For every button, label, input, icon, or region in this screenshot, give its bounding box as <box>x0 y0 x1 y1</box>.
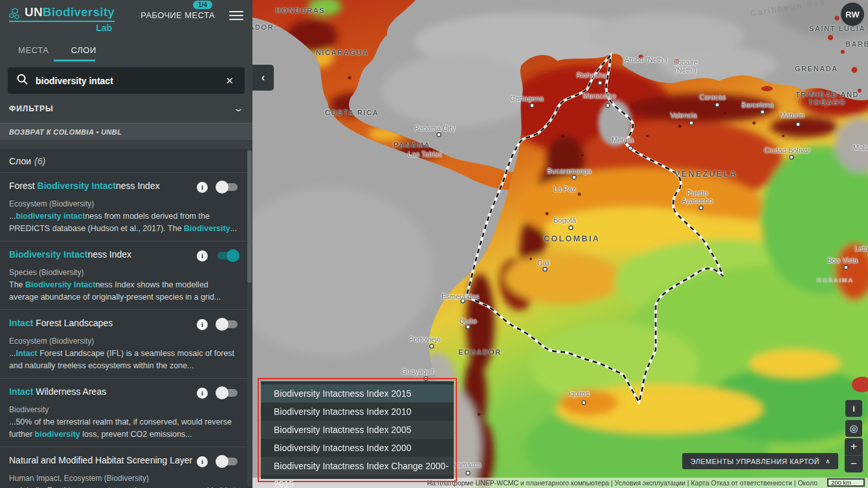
city-label: Barcelona <box>741 101 773 109</box>
info-icon[interactable]: i <box>197 456 208 467</box>
info-icon[interactable]: i <box>197 250 208 261</box>
tab-places[interactable]: МЕСТА <box>18 45 49 55</box>
info-icon[interactable]: i <box>197 388 208 399</box>
unbiodiversity-lab-app: UNBiodiversity Lab 1/4 РАБОЧИЕ МЕСТА МЕС… <box>0 0 868 488</box>
dropdown-option-2000[interactable]: Biodiversity Intactness Index 2000 <box>261 439 454 457</box>
layer-title: Intact Wilderness Areas <box>9 386 197 398</box>
info-icon[interactable]: i <box>197 319 208 330</box>
search-input[interactable] <box>36 76 223 86</box>
city-label: Caracas <box>699 93 726 101</box>
map-info-button[interactable]: i <box>845 400 862 417</box>
sidebar-header: UNBiodiversity Lab 1/4 РАБОЧИЕ МЕСТА <box>0 0 252 38</box>
layer-subtitle: Biodiversity <box>9 405 239 414</box>
layer-toggle[interactable] <box>216 386 239 399</box>
layer-description: The Biodiversity Intactness Index shows … <box>9 279 239 304</box>
workspaces-badge: 1/4 <box>193 1 212 9</box>
zoom-out-button[interactable]: − <box>845 456 863 472</box>
dropdown-option-2010[interactable]: Biodiversity Intactness Index 2010 <box>261 403 454 421</box>
city-label: Bucaramanga <box>547 167 592 175</box>
filters-row[interactable]: ФИЛЬТРЫ ⌄ <box>0 94 252 124</box>
layer-toggle[interactable] <box>216 455 239 468</box>
sidebar: UNBiodiversity Lab 1/4 РАБОЧИЕ МЕСТА МЕС… <box>0 0 252 488</box>
city-label: Mabaruma <box>853 144 868 151</box>
city-label: Riohacha <box>576 71 606 79</box>
hamburger-menu-icon[interactable] <box>229 8 243 23</box>
layer-toggle[interactable] <box>216 181 239 194</box>
layers-header: Слои(6) <box>0 149 252 172</box>
user-avatar[interactable]: RW <box>841 3 864 26</box>
layer-title: Biodiversity Intactness Index <box>9 249 197 261</box>
city-label: Iquitos <box>568 390 589 397</box>
city-label: Portoviejo <box>409 335 441 343</box>
chevron-down-icon: ⌄ <box>233 104 244 113</box>
country-label: PANAMA <box>394 141 430 149</box>
sidebar-tabs: МЕСТА СЛОИ <box>0 38 252 62</box>
city-label: Las Tablas <box>408 150 441 158</box>
layer-list[interactable]: Слои(6) Forest Biodiversity Intactness I… <box>0 149 252 488</box>
layer-item-habitat-screening: Natural and Modified Habitat Screening L… <box>0 447 252 488</box>
back-to-colombia-bar[interactable]: ВОЗВРАТ К COLOMBIA • UNBL <box>0 124 252 141</box>
layer-description: ...biodiversity intactness from models d… <box>9 210 239 235</box>
logo-lab: Lab <box>9 23 115 33</box>
country-label: ECUADOR <box>458 348 502 356</box>
filters-label: ФИЛЬТРЫ <box>9 104 54 113</box>
layer-title: Forest Biodiversity Intactness Index <box>9 180 197 192</box>
sidebar-collapse-button[interactable]: ‹ <box>252 65 274 91</box>
city-label: Esmeraldas <box>441 293 479 300</box>
layer-description: ...50% of the terrestrial realm that, if… <box>9 416 239 441</box>
map-controls-button[interactable]: ЭЛЕМЕНТЫ УПРАВЛЕНИЯ КАРТОЙ ∧ <box>682 453 838 469</box>
tab-layers[interactable]: СЛОИ <box>71 45 96 55</box>
layer-description: ...globally. For this reason, data on hu… <box>9 485 239 488</box>
country-label: COSTA RICA <box>325 109 379 116</box>
attribution-text[interactable]: На платформе UNEP-WCMC и планетарного ко… <box>427 479 818 487</box>
search-box: ✕ <box>8 67 245 94</box>
dropdown-option-2005[interactable]: Biodiversity Intactness Index 2005 <box>261 421 454 439</box>
city-label: Cartagena <box>510 94 543 102</box>
chevron-up-icon: ∧ <box>825 458 830 465</box>
info-icon: i <box>852 404 855 414</box>
layer-description: ...Intact Forest Landscape (IFL) is a se… <box>9 348 239 372</box>
logo-un: UN <box>25 5 43 19</box>
clear-search-icon[interactable]: ✕ <box>223 74 236 88</box>
search-icon <box>16 73 28 88</box>
scrollbar-thumb[interactable] <box>247 150 252 283</box>
layer-toggle[interactable] <box>216 318 239 331</box>
country-label: NICARAGUA <box>316 49 369 56</box>
scrollbar-track[interactable] <box>247 150 252 487</box>
molecule-logo-icon <box>9 7 22 23</box>
city-label: La Paz <box>553 185 575 193</box>
dropdown-option-2015[interactable]: Biodiversity Intactness Index 2015 <box>261 384 454 403</box>
city-label: Puerto Ayacucho <box>676 189 718 205</box>
dropdown-option-change[interactable]: Biodiversity Intactness Index Change 200… <box>261 457 454 475</box>
layer-subtitle: Ecosystem (Biodiversity) <box>9 199 239 208</box>
chevron-left-icon: ‹ <box>262 72 265 83</box>
zoom-in-button[interactable]: + <box>845 438 863 455</box>
city-label: Quito <box>460 317 476 325</box>
city-label: Ciudad Bolívar <box>764 146 810 154</box>
state-label: RORAIMA <box>817 277 854 283</box>
layer-subtitle: Ecosystem (Biodiversity) <box>9 337 239 346</box>
country-label: TRINIDAD AND TOBAGO <box>795 91 860 106</box>
country-label: VENEZUELA <box>674 170 737 179</box>
locate-button[interactable]: ◎ <box>845 420 862 437</box>
crosshair-icon: ◎ <box>849 423 858 434</box>
logo-biodiversity: Biodiversity <box>43 5 115 19</box>
layers-count: (6) <box>34 156 45 166</box>
workspaces-button[interactable]: РАБОЧИЕ МЕСТА <box>140 10 215 20</box>
info-icon[interactable]: i <box>197 182 208 193</box>
city-label: Valencia <box>670 111 696 119</box>
layer-item-forest-bii: Forest Biodiversity Intactness Index i E… <box>0 172 252 241</box>
city-label: Maracaibo <box>583 92 616 100</box>
unbl-logo[interactable]: UNBiodiversity Lab <box>9 5 115 33</box>
logo-text: UNBiodiversity <box>9 5 115 22</box>
country-label: GRENADA <box>795 65 838 72</box>
city-label: Lethem <box>854 245 868 252</box>
country-label: HONDURAS <box>276 6 325 14</box>
layer-toggle[interactable] <box>216 249 239 262</box>
map-area[interactable]: Caribbean Sea HONDURAS NICARAGUA COSTA R… <box>252 0 868 488</box>
city-label: Boa Vista <box>827 256 858 264</box>
city-label: Bogotá <box>553 216 576 224</box>
city-label: Mérida <box>612 136 634 144</box>
layer-title: Natural and Modified Habitat Screening L… <box>9 454 197 467</box>
layer-item-bii: Biodiversity Intactness Index i Species … <box>0 241 252 309</box>
